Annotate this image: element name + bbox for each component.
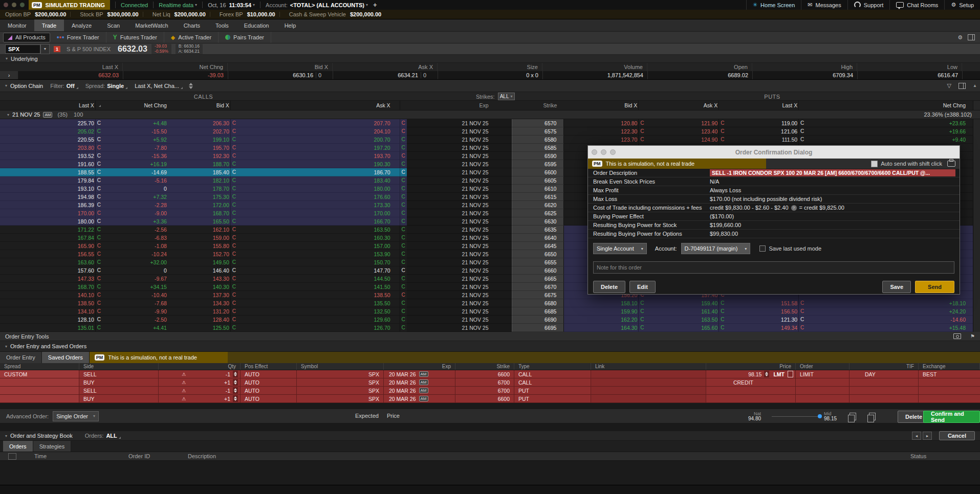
saved-col-header-strike[interactable]: Strike bbox=[455, 363, 514, 370]
cell-c-bid[interactable]: 149.50 bbox=[168, 258, 230, 266]
saved-order-row[interactable]: SELL⚠-1AUTOSPX20 MAR 26AM6700PUT bbox=[0, 387, 980, 395]
scroll-gutter[interactable] bbox=[973, 152, 980, 160]
tab-saved-orders[interactable]: Saved Orders bbox=[42, 352, 90, 363]
order-note-input[interactable] bbox=[593, 261, 954, 274]
cell-c-ask[interactable]: 150.70 bbox=[237, 258, 400, 266]
dialog-delete-button[interactable]: Delete bbox=[593, 281, 625, 293]
cell-c-bid[interactable]: 202.70 bbox=[168, 127, 230, 136]
add-gadget-button[interactable]: + bbox=[373, 1, 377, 9]
cell-c-last[interactable]: 194.98 bbox=[56, 193, 95, 201]
cell-c-ask[interactable]: 163.50 bbox=[237, 226, 400, 234]
cell-c-bid[interactable]: 152.70 bbox=[168, 250, 230, 258]
saved-cell-type[interactable]: PUT bbox=[514, 387, 591, 395]
cell-c-exp[interactable]: 21 NOV 25 bbox=[407, 119, 512, 127]
cell-c-ask[interactable]: 132.50 bbox=[237, 307, 400, 316]
cell-c-chg[interactable]: -1.08 bbox=[102, 242, 168, 250]
cell-c-ask[interactable]: 176.60 bbox=[237, 193, 400, 201]
cell-c-bid[interactable]: 162.10 bbox=[168, 226, 230, 234]
scroll-gutter[interactable] bbox=[973, 275, 980, 283]
cell-c-strike[interactable]: 6605 bbox=[512, 176, 564, 185]
cell-c-chg[interactable]: -2.50 bbox=[102, 316, 168, 324]
col-header-status[interactable]: Status bbox=[910, 453, 926, 459]
scroll-gutter[interactable] bbox=[973, 316, 980, 324]
saved-cell-tif[interactable] bbox=[850, 378, 919, 387]
cell-c-last[interactable]: 167.84 bbox=[56, 234, 95, 242]
cell-c-chg[interactable]: +4.48 bbox=[102, 119, 168, 127]
cell-c-exp[interactable]: 21 NOV 25 bbox=[407, 144, 512, 152]
cell-c-exp[interactable]: 21 NOV 25 bbox=[407, 307, 512, 316]
cell-c-last[interactable]: 135.01 bbox=[56, 324, 95, 332]
cell-c-ask[interactable]: 135.50 bbox=[237, 299, 400, 307]
step-down-icon[interactable] bbox=[234, 383, 237, 385]
price-slider-track[interactable] bbox=[772, 416, 821, 417]
cell-p-bid[interactable]: 159.90 bbox=[564, 307, 638, 316]
cell-c-strike[interactable]: 6610 bbox=[512, 185, 564, 193]
saved-col-header-exp[interactable]: Exp bbox=[384, 363, 455, 370]
scroll-gutter[interactable] bbox=[973, 324, 980, 332]
cell-c-bid[interactable]: 128.40 bbox=[168, 316, 230, 324]
cell-c-last[interactable]: 205.02 bbox=[56, 127, 95, 136]
saved-cell-strike[interactable]: 6700 bbox=[455, 378, 514, 387]
col-header-calls-last[interactable]: Last X bbox=[56, 101, 95, 110]
cell-c-bid[interactable]: 178.70 bbox=[168, 185, 230, 193]
scroll-gutter[interactable] bbox=[973, 119, 980, 127]
saved-cell-price[interactable] bbox=[706, 387, 796, 395]
saved-cell-spread[interactable]: CUSTOM bbox=[0, 370, 79, 378]
scroll-gutter[interactable] bbox=[973, 242, 980, 250]
col-header-order-id[interactable]: Order ID bbox=[128, 453, 150, 459]
menu-tab-scan[interactable]: Scan bbox=[99, 19, 127, 31]
cell-c-chg[interactable]: -9.00 bbox=[102, 209, 168, 217]
cancel-order-button[interactable]: Cancel bbox=[939, 431, 975, 440]
saved-cell-type[interactable]: PUT bbox=[514, 395, 591, 403]
menu-tab-monitor[interactable]: Monitor bbox=[0, 19, 34, 31]
und-col-header-last-x[interactable]: Last X bbox=[18, 63, 123, 71]
cell-c-strike[interactable]: 6645 bbox=[512, 242, 564, 250]
orders-filter-value[interactable]: ALL bbox=[106, 433, 117, 439]
saved-cell-order[interactable] bbox=[796, 387, 850, 395]
und-col-header-high[interactable]: High bbox=[752, 63, 857, 71]
saved-col-header-order[interactable]: Order bbox=[796, 363, 850, 370]
top-menu-support[interactable]: Support bbox=[847, 0, 890, 10]
cell-c-strike[interactable]: 6660 bbox=[512, 266, 564, 275]
cell-c-strike[interactable]: 6690 bbox=[512, 316, 564, 324]
cell-c-last[interactable]: 179.84 bbox=[56, 176, 95, 185]
saved-cell-side[interactable]: SELL bbox=[79, 370, 159, 378]
cell-c-bid[interactable]: 175.30 bbox=[168, 193, 230, 201]
account-dropdown[interactable]: D-70499117 (margin)▾ bbox=[681, 243, 751, 254]
order-entry-tools-bar[interactable]: Order Entry Tools ⚑ bbox=[0, 332, 980, 341]
scroll-gutter[interactable] bbox=[973, 209, 980, 217]
cell-p-ask[interactable]: 163.50 bbox=[645, 316, 718, 324]
cell-c-strike[interactable]: 6580 bbox=[512, 136, 564, 144]
saved-cell-tif[interactable] bbox=[850, 395, 919, 403]
menu-tab-charts[interactable]: Charts bbox=[176, 19, 208, 31]
prev-page-icon[interactable]: ◂ bbox=[912, 432, 921, 440]
cell-c-last[interactable]: 156.55 bbox=[56, 250, 95, 258]
scroll-gutter[interactable] bbox=[973, 201, 980, 209]
qty-stepper[interactable] bbox=[233, 379, 238, 386]
cell-c-last[interactable]: 203.80 bbox=[56, 144, 95, 152]
cell-c-last[interactable]: 193.10 bbox=[56, 185, 95, 193]
top-menu-home[interactable]: ✳Home Screen bbox=[746, 0, 801, 10]
cell-c-exp[interactable]: 21 NOV 25 bbox=[407, 242, 512, 250]
cell-c-strike[interactable]: 6585 bbox=[512, 144, 564, 152]
cell-c-chg[interactable]: -14.69 bbox=[102, 168, 168, 176]
cell-c-chg[interactable]: 0 bbox=[102, 185, 168, 193]
cell-c-last[interactable]: 188.55 bbox=[56, 168, 95, 176]
saved-cell-sym[interactable]: SPX bbox=[297, 378, 384, 387]
cell-p-chg[interactable]: +19.66 bbox=[805, 127, 973, 136]
und-col-header-low[interactable]: Low bbox=[857, 63, 962, 71]
cell-p-chg[interactable]: -14.60 bbox=[805, 316, 973, 324]
cell-c-ask[interactable]: 166.70 bbox=[237, 217, 400, 226]
cell-p-last[interactable]: 111.50 bbox=[726, 136, 798, 144]
cell-c-exp[interactable]: 21 NOV 25 bbox=[407, 283, 512, 291]
order-template-icon[interactable] bbox=[788, 371, 793, 377]
product-tab-forex-trader[interactable]: Forex Trader bbox=[50, 32, 106, 43]
scroll-gutter[interactable] bbox=[973, 144, 980, 152]
cell-c-strike[interactable]: 6590 bbox=[512, 152, 564, 160]
saved-cell-tif[interactable] bbox=[850, 387, 919, 395]
scroll-gutter[interactable] bbox=[973, 127, 980, 136]
cell-c-strike[interactable]: 6640 bbox=[512, 234, 564, 242]
col-header-calls-bid[interactable]: Bid X bbox=[168, 101, 230, 110]
cell-p-chg[interactable]: +15.48 bbox=[805, 324, 973, 332]
product-tab-active-trader[interactable]: ◆Active Trader bbox=[164, 32, 219, 43]
